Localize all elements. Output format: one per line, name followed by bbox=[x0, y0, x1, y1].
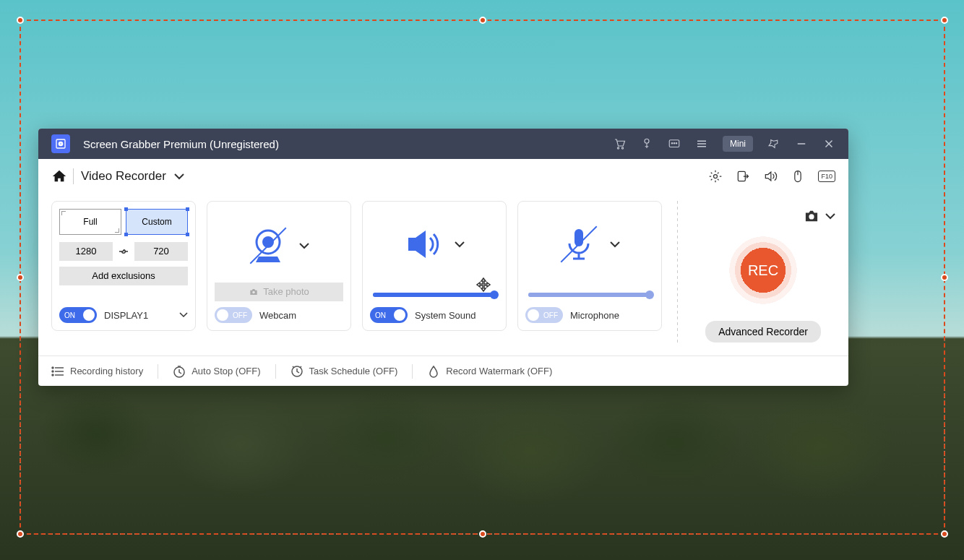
volume-icon[interactable] bbox=[763, 169, 778, 184]
toolbar: Video Recorder F10 bbox=[38, 159, 848, 194]
svg-point-16 bbox=[714, 175, 718, 178]
webcam-toggle[interactable]: OFF bbox=[215, 307, 252, 323]
svg-point-2 bbox=[60, 143, 62, 145]
system-sound-label: System Sound bbox=[415, 310, 499, 321]
selection-handle[interactable] bbox=[941, 274, 948, 281]
export-icon[interactable] bbox=[736, 169, 750, 184]
recording-history-button[interactable]: Recording history bbox=[51, 365, 143, 378]
hotkey-badge[interactable]: F10 bbox=[818, 171, 835, 182]
svg-point-4 bbox=[621, 147, 623, 149]
svg-point-30 bbox=[52, 374, 53, 376]
chevron-down-icon[interactable] bbox=[179, 312, 188, 318]
microphone-toggle[interactable]: OFF bbox=[525, 307, 563, 323]
feedback-icon[interactable] bbox=[668, 137, 681, 150]
mode-label: Video Recorder bbox=[81, 169, 166, 184]
camera-icon bbox=[804, 210, 819, 223]
pin-icon[interactable] bbox=[767, 137, 780, 150]
selection-handle[interactable] bbox=[941, 530, 948, 538]
svg-point-9 bbox=[676, 143, 677, 145]
width-input[interactable]: 1280 bbox=[59, 242, 113, 261]
chevron-down-icon[interactable] bbox=[609, 241, 621, 248]
timer-icon bbox=[173, 365, 186, 378]
take-photo-button: Take photo bbox=[215, 283, 343, 301]
custom-region-button[interactable]: Custom bbox=[126, 209, 188, 235]
display-label: DISPLAY1 bbox=[104, 310, 172, 321]
svg-point-8 bbox=[673, 143, 675, 145]
chevron-down-icon bbox=[825, 213, 835, 220]
snapshot-dropdown[interactable] bbox=[804, 210, 835, 223]
record-button[interactable]: REC bbox=[727, 234, 799, 306]
svg-rect-23 bbox=[574, 229, 583, 246]
svg-point-24 bbox=[809, 214, 814, 219]
chevron-down-icon[interactable] bbox=[298, 242, 310, 249]
app-logo-icon bbox=[51, 134, 70, 153]
webcam-icon bbox=[249, 226, 288, 265]
selection-handle[interactable] bbox=[17, 530, 24, 538]
svg-point-22 bbox=[252, 291, 255, 294]
droplet-icon bbox=[427, 365, 440, 378]
chevron-down-icon bbox=[173, 173, 185, 180]
mode-selector[interactable]: Video Recorder bbox=[81, 169, 185, 184]
footer: Recording history Auto Stop (OFF) Task S… bbox=[38, 356, 848, 386]
system-sound-slider[interactable] bbox=[373, 293, 496, 297]
full-screen-button[interactable]: Full bbox=[59, 209, 121, 235]
display-card: Full Custom 1280 720 Add exclusions ON D… bbox=[51, 201, 196, 331]
svg-point-5 bbox=[645, 139, 649, 143]
watermark-button[interactable]: Record Watermark (OFF) bbox=[427, 365, 552, 378]
record-panel: REC Advanced Recorder bbox=[691, 201, 835, 343]
chevron-down-icon[interactable] bbox=[454, 241, 465, 248]
svg-point-3 bbox=[617, 147, 619, 149]
auto-stop-button[interactable]: Auto Stop (OFF) bbox=[173, 365, 260, 378]
mouse-icon[interactable] bbox=[791, 169, 805, 184]
selection-handle[interactable] bbox=[479, 17, 486, 24]
svg-point-7 bbox=[671, 143, 673, 145]
selection-handle[interactable] bbox=[17, 17, 24, 24]
link-dimensions-icon[interactable] bbox=[117, 245, 130, 258]
system-sound-toggle[interactable]: ON bbox=[370, 307, 408, 323]
selection-handle[interactable] bbox=[941, 17, 948, 24]
microphone-card: OFF Microphone bbox=[517, 201, 662, 331]
mini-mode-button[interactable]: Mini bbox=[723, 136, 753, 152]
svg-point-28 bbox=[52, 367, 53, 369]
selection-handle[interactable] bbox=[17, 274, 24, 281]
titlebar: Screen Grabber Premium (Unregistered) Mi… bbox=[38, 129, 848, 159]
webcam-label: Webcam bbox=[259, 310, 343, 321]
selection-handle[interactable] bbox=[479, 530, 486, 538]
close-icon[interactable] bbox=[822, 137, 835, 150]
microphone-label: Microphone bbox=[570, 310, 654, 321]
microphone-icon bbox=[559, 225, 598, 264]
settings-icon[interactable] bbox=[708, 169, 723, 184]
app-window: Screen Grabber Premium (Unregistered) Mi… bbox=[38, 129, 848, 386]
add-exclusions-button[interactable]: Add exclusions bbox=[59, 267, 188, 285]
advanced-recorder-button[interactable]: Advanced Recorder bbox=[705, 321, 821, 343]
list-icon bbox=[51, 365, 64, 378]
svg-point-29 bbox=[52, 371, 53, 372]
cart-icon[interactable] bbox=[613, 137, 626, 150]
webcam-card: Take photo OFF Webcam bbox=[207, 201, 351, 331]
menu-icon[interactable] bbox=[695, 137, 708, 150]
task-schedule-button[interactable]: Task Schedule (OFF) bbox=[291, 365, 398, 378]
display-toggle[interactable]: ON bbox=[59, 307, 97, 323]
key-icon[interactable] bbox=[640, 137, 653, 150]
height-input[interactable]: 720 bbox=[134, 242, 188, 261]
app-title: Screen Grabber Premium (Unregistered) bbox=[83, 138, 613, 150]
home-icon[interactable] bbox=[51, 168, 67, 184]
camera-icon bbox=[249, 288, 259, 296]
microphone-slider[interactable] bbox=[528, 293, 651, 297]
system-sound-card: ON System Sound bbox=[362, 201, 507, 331]
minimize-icon[interactable] bbox=[795, 137, 808, 150]
clock-icon bbox=[291, 365, 304, 378]
speaker-icon bbox=[404, 225, 443, 264]
svg-point-21 bbox=[262, 236, 274, 248]
